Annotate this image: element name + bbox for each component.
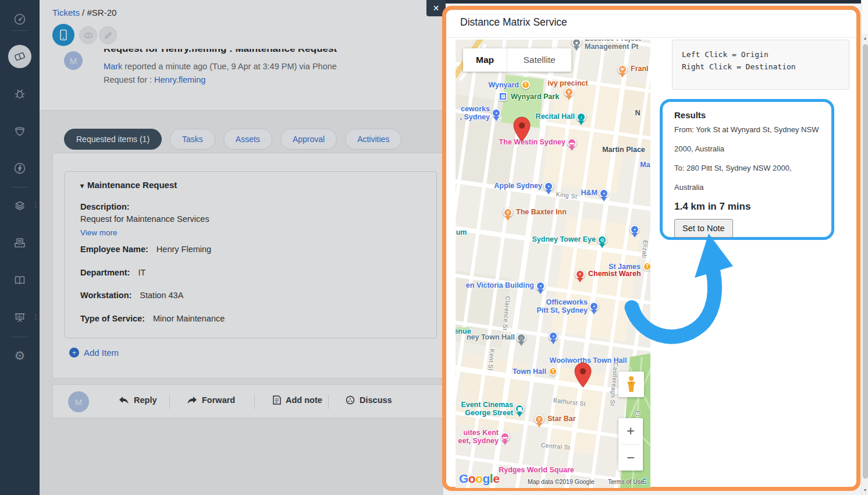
map-poi-label[interactable]: Essence Project Management Pt xyxy=(585,40,641,51)
map-poi-label[interactable]: en Victoria Building xyxy=(466,282,534,290)
scrollbar-thumb[interactable] xyxy=(863,44,868,479)
bar-pin[interactable]: Y xyxy=(564,87,574,97)
map-poi-label[interactable]: Martin Place xyxy=(602,146,645,154)
t-pin[interactable]: T xyxy=(521,80,530,89)
results-to: To: 280 Pitt St, Sydney NSW 2000, Austra… xyxy=(674,158,820,197)
street-label: Bathurst St xyxy=(553,397,586,408)
map-poi-label[interactable]: Franl xyxy=(631,65,649,73)
map-poi-label[interactable]: ney Town Hall xyxy=(467,334,515,342)
shopping-pin-glyph: ▪ xyxy=(493,109,500,116)
shopping-pin[interactable]: ▪ xyxy=(544,182,553,191)
modal-backdrop xyxy=(0,0,443,495)
map-poi-label[interactable]: Wynyard Park xyxy=(511,93,559,101)
map-poi-label[interactable]: um xyxy=(456,229,467,237)
map-type-toggle: Map Satellite xyxy=(463,48,571,72)
map-zoom-control: + − xyxy=(618,418,643,471)
google-map[interactable]: King StClarence StKent StCastlereagh StB… xyxy=(456,40,650,488)
t-pin[interactable]: T xyxy=(643,262,650,271)
set-to-note-button[interactable]: Set to Note xyxy=(674,219,733,238)
distance-matrix-modal: Distance Matrix Service xyxy=(442,6,860,491)
map-attribution: Map data ©2019 Google xyxy=(528,478,595,485)
hotel-pin-glyph: ▬ xyxy=(501,433,508,440)
hotel-pin-glyph: ▬ xyxy=(568,139,575,146)
shopping-pin-glyph: ▪ xyxy=(537,282,544,289)
cinema-pin[interactable]: ▦ xyxy=(515,404,524,413)
shopping-pin[interactable]: ▪ xyxy=(492,108,501,118)
bar-pin-glyph: Y xyxy=(536,416,543,423)
google-logo-letter: o xyxy=(468,472,475,485)
bar-pin-glyph: Y xyxy=(504,209,511,216)
street-label: Elizab xyxy=(641,240,650,259)
bar-pin[interactable]: Y xyxy=(503,208,513,217)
pegman-icon xyxy=(625,376,638,393)
map-poi-label[interactable]: H&M xyxy=(581,189,597,197)
map-poi-label[interactable]: Wynyard xyxy=(488,82,519,90)
map-poi-label[interactable]: N xyxy=(635,109,640,118)
attraction-pin-glyph: ⊙ xyxy=(599,236,606,243)
map-poi-label[interactable]: ceworks , Sydney xyxy=(460,105,490,121)
street-label: King St xyxy=(556,190,578,200)
google-logo-letter: G xyxy=(459,472,468,485)
map-poi-label[interactable]: Rydges World Square xyxy=(499,466,574,475)
results-from: From: York St at Wynyard St, Sydney NSW … xyxy=(674,120,824,158)
map-poi-label[interactable]: Chemist Wareh xyxy=(588,270,641,278)
destination-marker[interactable] xyxy=(574,362,592,390)
map-poi-label[interactable]: Sydney Tower Eye xyxy=(532,236,596,244)
map-poi-label[interactable]: The Baxter Inn xyxy=(516,208,567,217)
attraction-pin[interactable]: ⊙ xyxy=(597,235,607,245)
hotel-pin[interactable]: ▬ xyxy=(567,138,577,147)
shopping-pin[interactable]: ▪ xyxy=(599,189,609,198)
map-poi-label[interactable]: Apple Sydney xyxy=(494,182,542,190)
page-scrollbar: ▲ ▼ xyxy=(861,0,868,495)
scroll-down-arrow[interactable]: ▼ xyxy=(862,486,868,494)
origin-marker[interactable] xyxy=(513,116,531,144)
hotel-pin[interactable]: ▬ xyxy=(500,432,510,441)
scroll-up-arrow[interactable]: ▲ xyxy=(862,34,868,42)
map-poi-label[interactable]: Star Bar xyxy=(547,415,576,423)
zoom-in-button[interactable]: + xyxy=(618,418,643,444)
map-poi-label[interactable]: Officeworks Pitt St, Sydney xyxy=(536,299,588,314)
restaurant-pin[interactable]: Ψ xyxy=(618,65,627,74)
pharmacy-pin[interactable]: + xyxy=(575,270,585,279)
ticket-page: ⋮ ⋮ ⚙ Tickets / #SR-20 xyxy=(0,0,443,495)
map-poi-label[interactable]: Ma xyxy=(640,161,650,169)
map-view-button[interactable]: Map xyxy=(463,48,507,72)
music-pin[interactable]: ♪ xyxy=(577,112,586,122)
street-label: Central St xyxy=(540,441,571,451)
place-pin[interactable]: ● xyxy=(572,40,581,47)
map-poi-label[interactable]: Event Cinemas George Street xyxy=(461,401,513,417)
cart-pin[interactable]: ▪ xyxy=(549,331,558,341)
landmark-pin[interactable]: ⌂ xyxy=(517,333,526,342)
pegman-control[interactable] xyxy=(618,372,644,397)
bar-pin[interactable]: Y xyxy=(535,415,544,424)
t-pin-glyph: T xyxy=(550,368,556,374)
shopping-pin[interactable]: ▪ xyxy=(536,281,545,291)
screen: ⋮ ⋮ ⚙ Tickets / #SR-20 xyxy=(0,0,868,495)
satellite-view-button[interactable]: Satellite xyxy=(507,48,571,72)
bar-pin-glyph: Y xyxy=(565,89,572,96)
top-dark-strip xyxy=(426,0,868,3)
terms-of-use-link[interactable]: Terms of Use xyxy=(608,478,644,485)
zoom-out-button[interactable]: − xyxy=(618,445,643,471)
street-label: Kent St xyxy=(487,349,496,371)
train-pin[interactable]: ▤ xyxy=(499,92,507,101)
cart-pin-glyph: ▪ xyxy=(550,333,557,340)
place-pin-glyph: ● xyxy=(573,40,580,46)
map-poi-label[interactable]: ivy precinct xyxy=(547,80,588,88)
map-poi-label[interactable]: Recital Hall xyxy=(536,113,575,121)
street-label: El xyxy=(634,410,642,416)
map-poi-label[interactable]: The Westin Sydney xyxy=(499,139,565,147)
t-pin[interactable]: T xyxy=(549,367,557,376)
results-panel: Results From: York St at Wynyard St, Syd… xyxy=(660,99,834,240)
map-poi-label[interactable]: Town Hall xyxy=(513,368,546,376)
street-label: Clarence St xyxy=(501,296,511,331)
shopping-pin[interactable]: ▪ xyxy=(589,302,599,311)
restaurant-pin-glyph: Ψ xyxy=(619,66,626,73)
shopping-pin-glyph: ▪ xyxy=(631,226,638,233)
map-poi-label[interactable]: uites Kent eet, Sydney xyxy=(458,429,499,445)
shopping-pin[interactable]: ▪ xyxy=(630,225,639,234)
landmark-pin-glyph: ⌂ xyxy=(518,334,525,341)
pharmacy-pin-glyph: + xyxy=(577,271,584,278)
google-logo-letter: o xyxy=(475,472,482,485)
shopping-pin-glyph: ▪ xyxy=(600,190,607,197)
